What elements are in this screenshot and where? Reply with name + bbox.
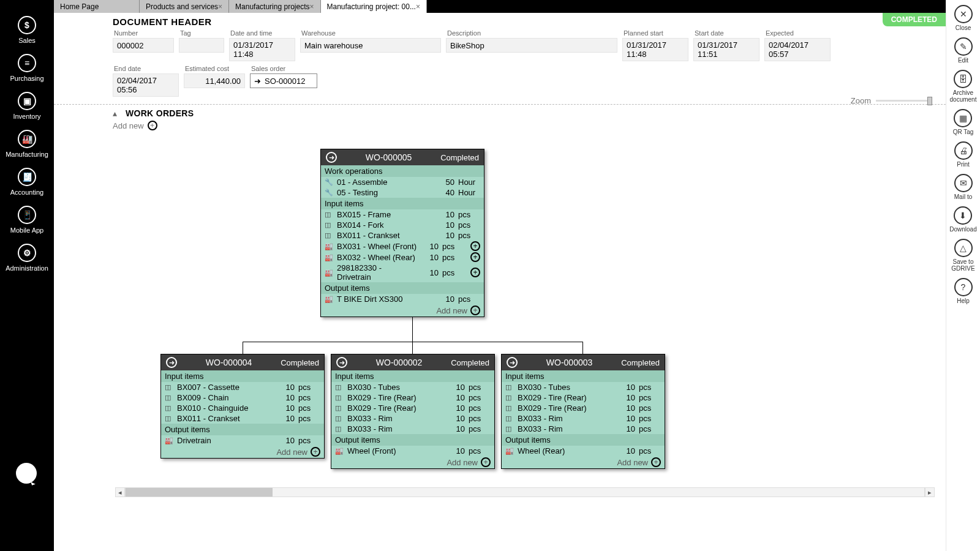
wo-item-row[interactable]: ◫ BX014 - Fork 10 pcs (321, 220, 484, 230)
horizontal-scrollbar[interactable]: ◂ ▸ (115, 487, 935, 497)
close-icon[interactable]: × (309, 2, 314, 11)
add-new-output[interactable]: Add new+ (321, 304, 484, 317)
mail-icon: ✉ (954, 174, 973, 192)
close-icon[interactable]: × (218, 2, 222, 11)
scroll-thumb[interactable] (126, 488, 273, 497)
edit-button[interactable]: ✎Edit (954, 37, 973, 64)
wo-id: WO-000003 (524, 358, 615, 367)
wo-item-row[interactable]: 🏭 Wheel (Rear) 10 pcs (502, 446, 665, 456)
zoom-label: Zoom (851, 96, 871, 105)
collapse-icon[interactable]: ▴ (113, 108, 117, 118)
est-cost-field[interactable]: 11,440.00 (184, 73, 245, 88)
wo-item-row[interactable]: ◫ BX029 - Tire (Rear) 10 pcs (331, 392, 494, 403)
mailto-button[interactable]: ✉Mail to (954, 174, 973, 200)
close-icon[interactable]: × (416, 2, 420, 11)
wo-item-row[interactable]: ◫ BX029 - Tire (Rear) 10 pcs (502, 403, 665, 413)
rb-label: Edit (958, 57, 968, 64)
sidebar-item-inventory[interactable]: ▣Inventory (0, 88, 54, 126)
item-qty: 10 (448, 393, 465, 402)
add-new-output[interactable]: Add new+ (331, 456, 494, 468)
add-work-order[interactable]: Add new + (54, 121, 946, 130)
wo-item-row[interactable]: ◫ BX030 - Tubes 10 pcs (502, 382, 665, 392)
close-button[interactable]: ✕Close (954, 5, 973, 31)
wo-item-row[interactable]: ◫ BX015 - Frame 10 pcs (321, 209, 484, 220)
add-new-output[interactable]: Add new+ (502, 456, 665, 468)
save-gdrive-button[interactable]: △Save to GDRIVE (951, 239, 974, 272)
arrow-right-icon[interactable]: ➜ (507, 357, 518, 368)
wo-item-row[interactable]: 🏭 Wheel (Front) 10 pcs (331, 446, 494, 456)
plus-icon[interactable]: + (470, 241, 480, 251)
wo-item-row[interactable]: ◫ BX033 - Rim 10 pcs (331, 413, 494, 424)
wo-item-row[interactable]: 🏭 BX032 - Wheel (Rear) 10 pcs+ (321, 252, 484, 263)
wo-item-row[interactable]: 🏭 298182330 - Drivetrain 10 pcs+ (321, 263, 484, 282)
sidebar-item-purchasing[interactable]: ≡Purchasing (0, 50, 54, 88)
item-unit: pcs (639, 383, 661, 392)
work-order-card-wo2[interactable]: ➜WO-000002Completed Input items ◫ BX030 … (331, 354, 495, 469)
wo-item-row[interactable]: ◫ BX033 - Rim 10 pcs (502, 413, 665, 424)
wo-item-row[interactable]: 🏭 Drivetrain 10 pcs (161, 435, 324, 446)
add-new-output[interactable]: Add new+ (161, 446, 324, 458)
item-qty: 10 (448, 446, 465, 455)
datetime-field[interactable]: 01/31/2017 11:48 (229, 38, 295, 61)
sidebar-item-accounting[interactable]: 🧾Accounting (0, 164, 54, 202)
plus-icon[interactable]: + (470, 252, 480, 262)
wo-item-row[interactable]: ◫ BX029 - Tire (Rear) 10 pcs (331, 403, 494, 413)
sidebar-item-administration[interactable]: ⚙Administration (0, 240, 54, 278)
scroll-right-icon[interactable]: ▸ (925, 487, 935, 497)
start-date-field[interactable]: 01/31/2017 11:51 (693, 38, 760, 61)
wo-item-row[interactable]: ◫ BX030 - Tubes 10 pcs (331, 382, 494, 392)
warehouse-field[interactable]: Main warehouse (300, 38, 441, 53)
wo-item-row[interactable]: ◫ BX007 - Cassette 10 pcs (161, 382, 324, 392)
qr-button[interactable]: ▦QR Tag (953, 109, 974, 135)
planned-start-field[interactable]: 01/31/2017 11:48 (622, 38, 688, 61)
sidebar-label: Mobile App (10, 227, 43, 234)
zoom-thumb[interactable] (927, 97, 932, 105)
tab-home[interactable]: Home Page (54, 0, 140, 13)
scroll-track[interactable] (125, 487, 925, 497)
item-unit: pcs (639, 403, 661, 413)
forklift-icon: ▣ (18, 92, 36, 110)
chat-icon[interactable] (16, 463, 37, 484)
wo-item-row[interactable]: 🔧 05 - Testing 40 Hour (321, 187, 484, 198)
wo-item-row[interactable]: ◫ BX009 - Chain 10 pcs (161, 392, 324, 403)
sidebar-item-mobile[interactable]: 📱Mobile App (0, 202, 54, 240)
zoom-slider[interactable] (876, 100, 932, 102)
tab-products[interactable]: Products and services× (140, 0, 229, 13)
work-order-card-wo3[interactable]: ➜WO-000003Completed Input items ◫ BX030 … (501, 354, 665, 469)
tab-mfg-projects[interactable]: Manufacturing projects× (229, 0, 320, 13)
wo-item-row[interactable]: ◫ BX033 - Rim 10 pcs (502, 424, 665, 434)
arrow-right-icon[interactable]: ➜ (336, 357, 347, 368)
item-name: Drivetrain (177, 436, 274, 445)
wo-item-row[interactable]: ◫ BX010 - Chainguide 10 pcs (161, 403, 324, 413)
download-button[interactable]: ⬇Download (949, 206, 976, 233)
archive-button[interactable]: 🗄Archive document (950, 70, 977, 103)
item-name: 298182330 - Drivetrain (337, 263, 418, 282)
arrow-right-icon[interactable]: ➜ (166, 357, 177, 368)
tag-field[interactable] (179, 38, 224, 53)
wo-item-row[interactable]: ◫ BX033 - Rim 10 pcs (331, 424, 494, 434)
number-field[interactable]: 000002 (113, 38, 174, 53)
print-button[interactable]: 🖨Print (954, 141, 973, 168)
wo-id: WO-000005 (343, 152, 434, 162)
wo-item-row[interactable]: ◫ BX011 - Crankset 10 pcs (321, 230, 484, 241)
work-order-card-wo5[interactable]: ➜WO-000005Completed Work operations 🔧 01… (320, 149, 484, 317)
wo-item-row[interactable]: ◫ BX029 - Tire (Rear) 10 pcs (502, 392, 665, 403)
wo-item-row[interactable]: 🏭 T BIKE Dirt XS300 10 pcs (321, 294, 484, 304)
arrow-right-icon[interactable]: ➜ (326, 152, 337, 163)
scroll-left-icon[interactable]: ◂ (115, 487, 125, 497)
work-order-card-wo4[interactable]: ➜WO-000004Completed Input items ◫ BX007 … (160, 354, 325, 459)
sidebar-item-manufacturing[interactable]: 🏭Manufacturing (0, 126, 54, 164)
end-date-field[interactable]: 02/04/2017 05:56 (113, 73, 179, 97)
wo-item-row[interactable]: 🔧 01 - Assemble 50 Hour (321, 177, 484, 187)
help-button[interactable]: ?Help (954, 278, 973, 304)
description-field[interactable]: BikeShop (446, 38, 617, 53)
plus-icon[interactable]: + (470, 268, 480, 277)
sales-order-field[interactable]: ➜SO-000012 (250, 73, 317, 88)
item-qty: 10 (618, 414, 635, 423)
wo-item-row[interactable]: 🏭 BX031 - Wheel (Front) 10 pcs+ (321, 241, 484, 252)
expected-field[interactable]: 02/04/2017 05:57 (764, 38, 831, 61)
wo-item-row[interactable]: ◫ BX011 - Crankset 10 pcs (161, 413, 324, 424)
gear-icon: ⚙ (18, 244, 36, 262)
tab-mfg-project-detail[interactable]: Manufacturing project: 00...× (321, 0, 427, 13)
sidebar-item-sales[interactable]: $Sales (0, 12, 54, 50)
